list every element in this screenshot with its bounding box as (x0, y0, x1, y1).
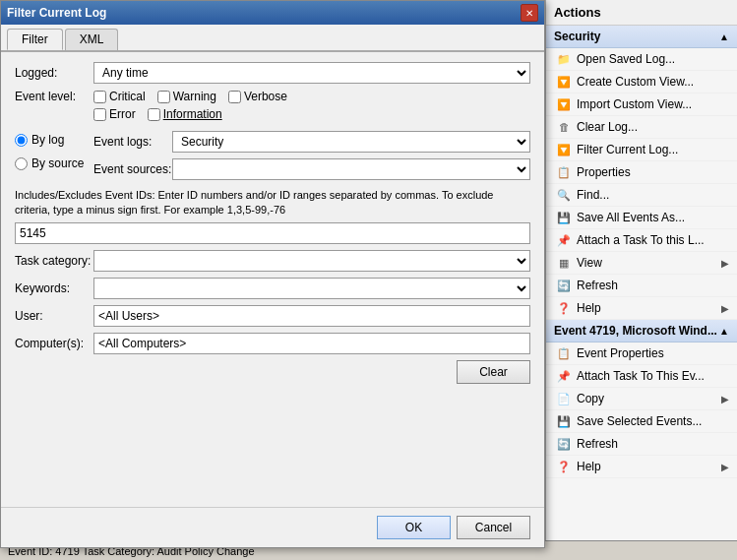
action-attach-task-event[interactable]: 📌 Attach Task To This Ev... (546, 365, 737, 388)
props-icon: 📋 (556, 164, 572, 180)
action-save-all-events[interactable]: 💾 Save All Events As... (546, 207, 737, 229)
event-sources-row: Event sources: (93, 158, 530, 180)
event-section-header[interactable]: Event 4719, Microsoft Wind... ▲ (546, 320, 737, 342)
dialog-title: Filter Current Log (7, 6, 106, 20)
checkbox-row-1: Critical Warning Verbose (93, 90, 530, 103)
actions-header: Actions (546, 0, 737, 26)
cancel-button[interactable]: Cancel (457, 516, 530, 539)
keywords-label: Keywords: (15, 281, 93, 295)
critical-checkbox[interactable] (93, 91, 106, 103)
keywords-control (93, 278, 530, 299)
event-logs-control: Security (172, 131, 530, 153)
refresh-icon-2: 🔄 (556, 436, 572, 452)
ok-button[interactable]: OK (377, 516, 451, 539)
checkbox-critical[interactable]: Critical (93, 90, 146, 103)
close-button[interactable]: ✕ (521, 4, 538, 22)
description-text: Includes/Excludes Event IDs: Enter ID nu… (15, 188, 530, 218)
task-category-control (93, 250, 530, 272)
view-arrow: ▶ (721, 258, 729, 269)
user-control: <All Users> (93, 305, 530, 327)
radio-group: By log By source (15, 131, 93, 180)
tab-xml[interactable]: XML (65, 29, 119, 50)
checkbox-error[interactable]: Error (93, 107, 136, 121)
computers-label: Computer(s): (15, 337, 93, 350)
logged-label: Logged: (15, 66, 93, 80)
security-section-title: Security (554, 30, 600, 43)
event-sources-label: Event sources: (93, 162, 172, 176)
checkbox-row-2: Error Information (93, 107, 530, 121)
action-create-custom-view[interactable]: 🔽 Create Custom View... (546, 71, 737, 93)
checkbox-verbose[interactable]: Verbose (228, 90, 287, 103)
event-sources-select[interactable] (172, 158, 530, 180)
log-source-section: By log By source Event logs: (15, 131, 530, 180)
event-id-input[interactable]: 5145 (15, 222, 530, 244)
action-help-security[interactable]: ❓ Help ▶ (546, 297, 737, 320)
information-checkbox[interactable] (148, 108, 160, 121)
action-save-selected[interactable]: 💾 Save Selected Events... (546, 410, 737, 433)
logged-row: Logged: Any time (15, 62, 530, 84)
warning-checkbox[interactable] (157, 91, 170, 103)
action-import-custom-view[interactable]: 🔽 Import Custom View... (546, 93, 737, 116)
event-logs-select[interactable]: Security (172, 131, 530, 153)
help-arrow-2: ▶ (721, 462, 729, 472)
attach-icon-1: 📌 (556, 232, 572, 248)
event-logs-label: Event logs: (93, 135, 172, 149)
copy-item-left: 📄 Copy (556, 391, 604, 406)
actions-panel: Actions Security ▲ 📁 Open Saved Log... 🔽… (545, 0, 737, 540)
action-open-saved-log[interactable]: 📁 Open Saved Log... (546, 48, 737, 71)
event-level-content: Critical Warning Verbose (93, 90, 530, 125)
computers-control: <All Computers> (93, 333, 530, 354)
clear-button[interactable]: Clear (457, 360, 530, 384)
action-view[interactable]: ▦ View ▶ (546, 252, 737, 275)
view-icon: ▦ (556, 255, 572, 271)
error-checkbox[interactable] (93, 108, 106, 121)
help-item-left-2: ❓ Help (556, 459, 601, 474)
security-collapse-arrow: ▲ (719, 31, 729, 42)
keywords-select[interactable] (93, 278, 530, 299)
action-help-event[interactable]: ❓ Help ▶ (546, 456, 737, 478)
action-filter-current-log[interactable]: 🔽 Filter Current Log... (546, 139, 737, 161)
security-section-header[interactable]: Security ▲ (546, 26, 737, 48)
clear-row: Clear (15, 360, 530, 384)
event-collapse-arrow: ▲ (719, 326, 729, 337)
event-logs-row: Event logs: Security (93, 131, 530, 153)
dialog-body: Logged: Any time Event level: (1, 52, 544, 507)
help-icon-1: ❓ (556, 300, 572, 316)
action-find[interactable]: 🔍 Find... (546, 184, 737, 207)
keywords-row: Keywords: (15, 278, 530, 299)
computers-row: Computer(s): <All Computers> (15, 333, 530, 354)
attach-icon-2: 📌 (556, 368, 572, 384)
by-source-radio[interactable]: By source (15, 156, 93, 170)
tab-bar: Filter XML (1, 25, 544, 52)
checkbox-warning[interactable]: Warning (157, 90, 216, 103)
action-refresh-event[interactable]: 🔄 Refresh (546, 433, 737, 456)
logged-select[interactable]: Any time (93, 62, 530, 84)
task-category-row: Task category: (15, 250, 530, 272)
user-label: User: (15, 309, 93, 323)
dialog-titlebar: Filter Current Log ✕ (1, 1, 544, 25)
filter-icon-3: 🔽 (556, 142, 572, 157)
by-log-radio[interactable]: By log (15, 133, 93, 147)
refresh-icon-1: 🔄 (556, 278, 572, 293)
user-input[interactable]: <All Users> (93, 305, 530, 327)
action-refresh-security[interactable]: 🔄 Refresh (546, 275, 737, 297)
tab-filter[interactable]: Filter (7, 29, 63, 50)
user-row: User: <All Users> (15, 305, 530, 327)
action-attach-task[interactable]: 📌 Attach a Task To this L... (546, 229, 737, 252)
copy-icon: 📄 (556, 391, 572, 406)
task-category-select[interactable] (93, 250, 530, 272)
help-arrow-1: ▶ (721, 303, 729, 314)
save-icon-1: 💾 (556, 210, 572, 225)
verbose-checkbox[interactable] (228, 91, 241, 103)
action-event-properties[interactable]: 📋 Event Properties (546, 342, 737, 365)
folder-icon: 📁 (556, 51, 572, 67)
action-clear-log[interactable]: 🗑 Clear Log... (546, 116, 737, 139)
event-level-row: Event level: Critical Warning (15, 90, 530, 125)
copy-arrow: ▶ (721, 394, 729, 404)
checkbox-information[interactable]: Information (148, 107, 222, 121)
action-properties[interactable]: 📋 Properties (546, 161, 737, 184)
filter-icon-1: 🔽 (556, 74, 572, 90)
action-copy[interactable]: 📄 Copy ▶ (546, 388, 737, 410)
save-icon-2: 💾 (556, 413, 572, 429)
computers-input[interactable]: <All Computers> (93, 333, 530, 354)
